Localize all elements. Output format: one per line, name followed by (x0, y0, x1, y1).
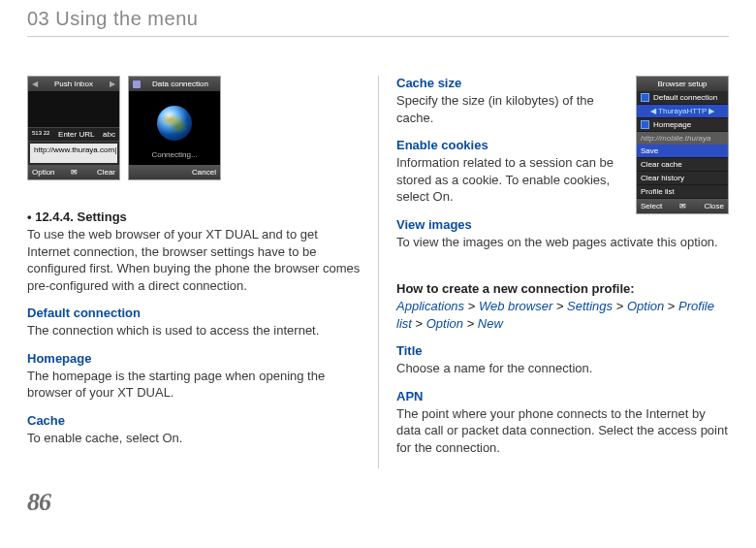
settings-heading: • 12.4.4. Settings (27, 210, 361, 224)
apn-para: The point where your phone connects to t… (396, 405, 729, 457)
shot2-cancel: Cancel (178, 168, 216, 177)
square-icon (641, 93, 649, 102)
bs-url-gray: http://mobile.thuraya (637, 132, 728, 145)
crumb-0: Applications (396, 299, 464, 313)
cache-heading: Cache (27, 413, 361, 428)
crumb-2: Settings (567, 299, 613, 313)
title-heading: Title (396, 343, 729, 358)
shot2-title: Data connection (144, 80, 216, 88)
bs-item-1: ThurayaHTTP (658, 107, 707, 115)
default-connection-para: The connection which is used to access t… (27, 322, 361, 339)
divider (27, 36, 729, 37)
screenshot-data-connection: Data connection Connecting... Cancel (128, 76, 221, 180)
bs-item-0: Default connection (653, 93, 717, 102)
bs-menu-0: Save (641, 146, 658, 155)
bs-menu-1: Clear cache (641, 160, 682, 169)
crumb-6: New (478, 316, 503, 331)
left-column: ◀ Push Inbox ▶ 513 22 Enter URL abc http… (27, 76, 378, 468)
bs-select: Select (641, 202, 676, 210)
right-column: Browser setup Default connection ◀ Thura… (378, 76, 729, 468)
breadcrumb: Applications > Web browser > Settings > … (396, 298, 729, 332)
bs-close: Close (690, 202, 725, 210)
bs-menu-2: Clear history (641, 174, 684, 182)
screenshot-push-inbox: ◀ Push Inbox ▶ 513 22 Enter URL abc http… (27, 76, 120, 180)
shot1-title: Push Inbox (42, 80, 106, 88)
screenshot-browser-setup: Browser setup Default connection ◀ Thura… (636, 76, 729, 214)
new-profile-heading: How to create a new connection profile: (396, 281, 729, 296)
square-icon (641, 120, 649, 129)
envelope-icon: ✉ (67, 168, 81, 177)
crumb-5: Option (426, 316, 463, 331)
page-number: 86 (27, 488, 729, 517)
browser-setup-title: Browser setup (637, 77, 728, 91)
default-connection-heading: Default connection (27, 306, 361, 320)
homepage-para: The homepage is the starting page when o… (27, 368, 361, 402)
bs-menu-3: Profile list (641, 187, 675, 196)
view-images-heading: View images (396, 217, 729, 232)
cache-para: To enable cache, select On. (27, 430, 361, 447)
view-images-para: To view the images on the web pages acti… (396, 234, 729, 251)
shot1-clear: Clear (81, 168, 116, 177)
globe-icon (133, 81, 141, 88)
bs-item-2: Homepage (653, 120, 691, 129)
envelope-icon: ✉ (676, 202, 690, 210)
homepage-heading: Homepage (27, 351, 361, 366)
crumb-3: Option (627, 299, 664, 313)
shot1-option: Option (32, 168, 67, 177)
settings-para: To use the web browser of your XT DUAL a… (27, 226, 361, 294)
shot1-time: 513 22 (32, 130, 49, 139)
shot1-mode: abc (103, 130, 115, 139)
chapter-title: 03 Using the menu (27, 8, 729, 30)
shot1-url-box: http://www.thuraya.com| (30, 144, 117, 163)
crumb-1: Web browser (479, 299, 552, 313)
globe-icon (157, 106, 192, 141)
title-para: Choose a name for the connection. (396, 360, 729, 377)
apn-heading: APN (396, 389, 729, 403)
shot2-connecting: Connecting... (151, 150, 197, 159)
shot1-enter-url: Enter URL (58, 130, 94, 139)
